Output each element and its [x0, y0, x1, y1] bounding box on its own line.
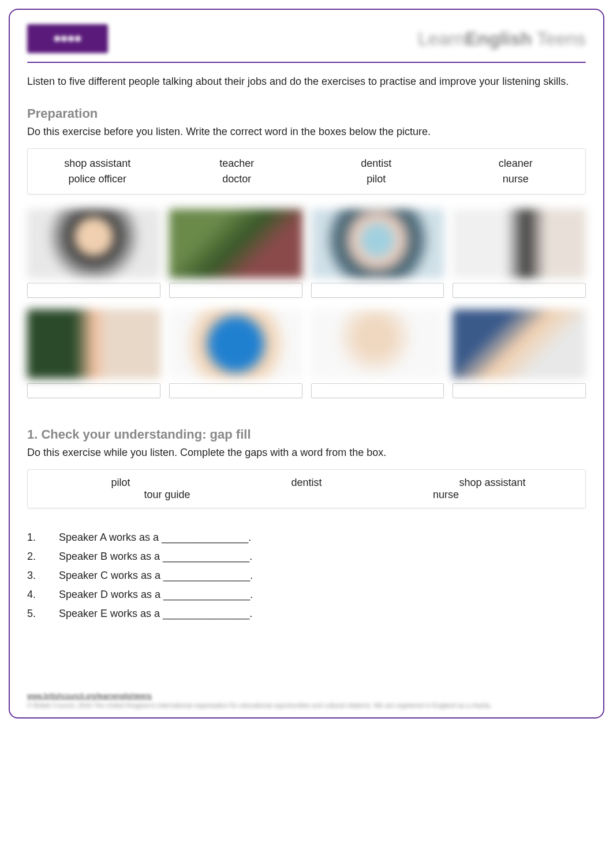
- gap-fill-list: 1. Speaker A works as a _______________.…: [27, 532, 586, 620]
- word-bank-item: nurse: [446, 173, 586, 185]
- job-image-1: [27, 209, 160, 278]
- item-text: Speaker A works as a _______________.: [59, 532, 251, 544]
- word-bank-item: cleaner: [446, 158, 586, 170]
- image-cell-3: [311, 209, 444, 298]
- word-bank-item: nurse: [306, 489, 585, 501]
- learnenglish-teens-logo: LearnEnglish Teens: [418, 28, 586, 50]
- word-bank-item: teacher: [167, 158, 307, 170]
- item-number: 3.: [27, 570, 59, 582]
- logo-text-bold: English: [465, 28, 532, 49]
- word-bank-item: doctor: [167, 173, 307, 185]
- word-bank-item: police officer: [28, 173, 167, 185]
- footer: www.britishcouncil.org/learnenglishteens…: [27, 692, 586, 709]
- answer-input-7[interactable]: [311, 383, 444, 398]
- image-cell-1: [27, 209, 160, 298]
- british-council-logo: [27, 24, 108, 53]
- gap-fill-item: 2. Speaker B works as a _______________.: [27, 551, 586, 563]
- gap-fill-item: 3. Speaker C works as a _______________.: [27, 570, 586, 582]
- item-number: 4.: [27, 589, 59, 601]
- item-number: 2.: [27, 551, 59, 563]
- job-image-4: [453, 209, 586, 278]
- intro-text: Listen to five different people talking …: [27, 74, 586, 89]
- gap-fill-item: 4. Speaker D works as a _______________.: [27, 589, 586, 601]
- footer-link: www.britishcouncil.org/learnenglishteens: [27, 692, 586, 700]
- word-bank-item: pilot: [28, 477, 214, 489]
- answer-input-3[interactable]: [311, 283, 444, 298]
- job-image-7: [311, 309, 444, 379]
- page-border: LearnEnglish Teens Listen to five differ…: [9, 9, 604, 719]
- item-text: Speaker D works as a _______________.: [59, 589, 253, 601]
- logo-text-tail: Teens: [532, 28, 586, 49]
- image-grid: [27, 209, 586, 398]
- header-divider: [27, 62, 586, 63]
- answer-input-6[interactable]: [169, 383, 302, 398]
- image-cell-5: [27, 309, 160, 398]
- image-cell-6: [169, 309, 302, 398]
- item-text: Speaker E works as a _______________.: [59, 608, 252, 620]
- word-bank-item: dentist: [306, 158, 446, 170]
- answer-input-1[interactable]: [27, 283, 160, 298]
- image-cell-2: [169, 209, 302, 298]
- word-bank-item: dentist: [214, 477, 399, 489]
- job-image-6: [169, 309, 302, 379]
- job-image-8: [453, 309, 586, 379]
- answer-input-2[interactable]: [169, 283, 302, 298]
- job-image-3: [311, 209, 444, 278]
- word-bank-item: pilot: [306, 173, 446, 185]
- answer-input-5[interactable]: [27, 383, 160, 398]
- gap-fill-item: 1. Speaker A works as a _______________.: [27, 532, 586, 544]
- footer-copyright: © British Council, 2016 The United Kingd…: [27, 702, 586, 709]
- word-bank-item: tour guide: [28, 489, 306, 501]
- job-image-5: [27, 309, 160, 379]
- item-number: 1.: [27, 532, 59, 544]
- gap-fill-heading: 1. Check your understanding: gap fill: [27, 427, 586, 442]
- preparation-heading: Preparation: [27, 106, 586, 121]
- item-number: 5.: [27, 608, 59, 620]
- preparation-word-bank: shop assistant teacher dentist cleaner p…: [27, 148, 586, 194]
- image-cell-7: [311, 309, 444, 398]
- header: LearnEnglish Teens: [27, 21, 586, 62]
- image-cell-8: [453, 309, 586, 398]
- word-bank-item: shop assistant: [399, 477, 585, 489]
- preparation-instructions: Do this exercise before you listen. Writ…: [27, 126, 586, 138]
- item-text: Speaker B works as a _______________.: [59, 551, 252, 563]
- answer-input-4[interactable]: [453, 283, 586, 298]
- gap-fill-item: 5. Speaker E works as a _______________.: [27, 608, 586, 620]
- gap-fill-word-bank: pilot dentist shop assistant tour guide …: [27, 469, 586, 508]
- job-image-2: [169, 209, 302, 278]
- page-wrapper: LearnEnglish Teens Listen to five differ…: [0, 0, 613, 868]
- item-text: Speaker C works as a _______________.: [59, 570, 253, 582]
- gap-fill-instructions: Do this exercise while you listen. Compl…: [27, 447, 586, 459]
- word-bank-item: shop assistant: [28, 158, 167, 170]
- image-cell-4: [453, 209, 586, 298]
- logo-text-plain: Learn: [418, 28, 465, 49]
- answer-input-8[interactable]: [453, 383, 586, 398]
